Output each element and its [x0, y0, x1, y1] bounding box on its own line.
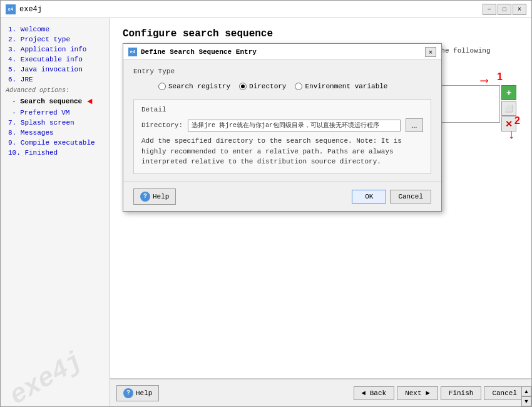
sidebar-item-compile[interactable]: 9. Compile executable	[6, 138, 105, 148]
app-icon: e4	[6, 4, 16, 14]
title-bar: e4 exe4j − □ ×	[1, 1, 531, 18]
radio-circle-env-var	[295, 83, 302, 90]
dialog-content: Entry Type Search registry Directory	[123, 60, 441, 182]
dialog: e4 Define Search Sequence Entry × Entry …	[123, 43, 442, 212]
maximize-button[interactable]: □	[498, 4, 511, 15]
advanced-options-label: Advanced options:	[6, 87, 105, 94]
section-title: Configure search sequence	[123, 28, 519, 39]
help-icon: ?	[123, 388, 133, 398]
sidebar-item-jre[interactable]: 6. JRE	[6, 75, 105, 85]
window-title: exe4j	[19, 5, 42, 14]
copy-entry-button[interactable]: ⬜	[501, 101, 516, 116]
title-bar-left: e4 exe4j	[6, 4, 42, 14]
dialog-app-icon: e4	[128, 48, 137, 56]
sidebar-item-preferred-vm[interactable]: · Preferred VM	[6, 108, 105, 118]
annotation-arrow-2-icon: ↓	[508, 128, 515, 142]
bottom-right: ◄ Back Next ► Finish Cancel	[354, 386, 525, 400]
content-area: 1. Welcome 2. Project type 3. Applicatio…	[1, 18, 531, 406]
close-button[interactable]: ×	[513, 4, 526, 15]
back-button[interactable]: ◄ Back	[354, 386, 395, 400]
main-content: Configure search sequence On the target …	[110, 18, 531, 378]
scrollbar-area: ▲ ▼	[521, 18, 531, 406]
entry-type-label: Entry Type	[133, 68, 431, 75]
main-panel: Configure search sequence On the target …	[110, 18, 531, 406]
dialog-title-bar: e4 Define Search Sequence Entry ×	[123, 44, 441, 60]
sidebar-item-app-info[interactable]: 3. Application info	[6, 44, 105, 54]
sidebar-item-splash[interactable]: 7. Splash screen	[6, 118, 105, 128]
directory-input[interactable]	[188, 120, 401, 131]
sidebar-item-search-sequence[interactable]: · Search sequence ◄	[6, 95, 105, 108]
dialog-close-button[interactable]: ×	[425, 47, 436, 57]
detail-label: Detail	[141, 106, 423, 113]
minimize-button[interactable]: −	[483, 4, 496, 15]
radio-directory[interactable]: Directory	[239, 83, 286, 90]
directory-label: Directory:	[141, 121, 183, 129]
browse-button[interactable]: ...	[406, 118, 423, 132]
dialog-cancel-button[interactable]: Cancel	[390, 190, 431, 204]
sidebar-item-java-inv[interactable]: 5. Java invocation	[6, 64, 105, 75]
help-button[interactable]: ? Help	[116, 385, 159, 401]
sidebar-item-project-type[interactable]: 2. Project type	[6, 34, 105, 44]
watermark: exe4j	[4, 346, 88, 406]
dialog-help-icon: ?	[140, 192, 150, 202]
sidebar-item-exe-info[interactable]: 4. Executable info	[6, 54, 105, 64]
finish-button[interactable]: Finish	[441, 386, 482, 400]
scroll-down-button[interactable]: ▼	[521, 396, 531, 406]
annotation-1: 1	[497, 71, 503, 83]
dialog-help-button[interactable]: ? Help	[133, 188, 176, 205]
directory-row: Directory: ...	[141, 118, 423, 132]
annotation-arrow-1-icon: ⟶	[481, 73, 488, 87]
main-window: e4 exe4j − □ × 1. Welcome 2. Project typ…	[0, 0, 532, 407]
scroll-up-button[interactable]: ▲	[521, 386, 531, 396]
radio-circle-directory	[239, 83, 247, 90]
title-bar-controls: − □ ×	[483, 4, 526, 15]
detail-section: Detail Directory: ... Add the specified …	[133, 99, 431, 174]
dialog-buttons: ? Help OK Cancel	[123, 182, 441, 211]
next-button[interactable]: Next ►	[397, 386, 438, 400]
detail-description: Add the specified directory to the searc…	[141, 136, 423, 167]
bottom-left: ? Help	[116, 385, 159, 401]
radio-env-var[interactable]: Environment variable	[295, 83, 387, 90]
dialog-ok-button[interactable]: OK	[352, 190, 386, 204]
dialog-title-text: Define Search Sequence Entry	[141, 48, 257, 56]
search-sequence-label: · Search sequence	[12, 98, 82, 105]
dialog-title-left: e4 Define Search Sequence Entry	[128, 48, 257, 56]
sidebar-item-messages[interactable]: 8. Messages	[6, 128, 105, 138]
sidebar-arrow-icon: ◄	[87, 96, 92, 106]
radio-circle-registry	[158, 83, 166, 90]
sidebar-item-finished[interactable]: 10. Finished	[6, 148, 105, 158]
radio-search-registry[interactable]: Search registry	[158, 83, 230, 90]
sidebar: 1. Welcome 2. Project type 3. Applicatio…	[1, 18, 110, 406]
sidebar-item-welcome[interactable]: 1. Welcome	[6, 24, 105, 34]
dialog-overlay: e4 Define Search Sequence Entry × Entry …	[110, 18, 531, 378]
add-entry-button[interactable]: +	[501, 85, 516, 100]
bottom-bar: ? Help ◄ Back Next ► Finish Cancel	[110, 378, 531, 406]
annotation-2: 2	[514, 115, 520, 126]
radio-group: Search registry Directory Environment va…	[133, 80, 431, 93]
cancel-button[interactable]: Cancel	[484, 386, 525, 400]
